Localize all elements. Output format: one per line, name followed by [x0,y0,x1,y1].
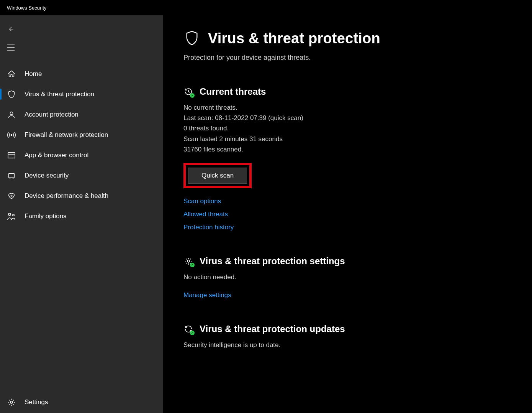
shield-icon [7,90,16,99]
page-title: Virus & threat protection [208,30,380,47]
section-title: Virus & threat protection settings [200,256,345,267]
shield-icon [183,30,200,47]
settings-status: No action needed. [183,272,532,282]
svg-point-1 [11,134,12,135]
threats-found-line: 0 threats found. [183,123,532,133]
menu-button[interactable] [2,38,21,57]
svg-rect-2 [8,152,15,158]
history-icon [183,87,193,97]
main-content: Virus & threat protection Protection for… [163,15,532,413]
arrow-left-icon [7,25,15,33]
sidebar-item-firewall[interactable]: Firewall & network protection [0,125,163,145]
home-icon [7,69,16,79]
chip-icon [7,171,16,180]
scan-options-link[interactable]: Scan options [183,197,221,205]
heart-icon [7,191,16,201]
family-icon [7,212,16,221]
svg-point-5 [13,214,14,216]
window-icon [7,151,16,160]
refresh-icon [183,324,193,334]
files-scanned-line: 31760 files scanned. [183,144,532,155]
sidebar-item-label: Account protection [25,111,79,118]
sidebar-item-label: Firewall & network protection [25,131,108,139]
quick-scan-button[interactable]: Quick scan [188,168,247,184]
scan-duration-line: Scan lasted 2 minutes 31 seconds [183,134,532,144]
sidebar-item-label: Family options [25,212,67,220]
svg-point-0 [10,112,13,114]
sidebar: Home Virus & threat protection Account p… [0,15,163,413]
gear-icon [7,398,16,407]
title-bar: Windows Security [0,0,532,15]
svg-point-7 [187,260,190,262]
section-title: Current threats [200,86,266,97]
broadcast-icon [7,130,16,140]
back-button[interactable] [2,20,21,38]
nav: Home Virus & threat protection Account p… [0,64,163,226]
status-ok-badge [190,331,195,335]
sidebar-item-family-options[interactable]: Family options [0,206,163,226]
vtp-updates-section: Virus & threat protection updates Securi… [183,324,532,350]
page-header: Virus & threat protection [183,30,532,47]
vtp-settings-section: Virus & threat protection settings No ac… [183,256,532,299]
section-title: Virus & threat protection updates [200,324,345,334]
gear-icon [183,256,193,266]
sidebar-item-virus-threat[interactable]: Virus & threat protection [0,84,163,104]
svg-rect-3 [9,173,15,178]
page-subtitle: Protection for your device against threa… [183,54,532,62]
sidebar-item-label: Settings [25,398,48,406]
app-title: Windows Security [7,5,46,11]
manage-settings-link[interactable]: Manage settings [183,291,231,299]
annotation-highlight: Quick scan [183,163,252,188]
svg-point-4 [8,213,11,216]
protection-history-link[interactable]: Protection history [183,224,234,231]
svg-point-6 [10,401,13,403]
current-threats-section: Current threats No current threats. Last… [183,86,532,231]
hamburger-icon [7,44,15,51]
allowed-threats-link[interactable]: Allowed threats [183,211,228,218]
sidebar-item-account-protection[interactable]: Account protection [0,104,163,125]
sidebar-item-label: Device security [25,172,69,179]
threats-status: No current threats. [183,102,532,113]
updates-status: Security intelligence is up to date. [183,340,532,350]
sidebar-item-label: Virus & threat protection [25,90,94,98]
sidebar-item-home[interactable]: Home [0,64,163,84]
sidebar-item-device-security[interactable]: Device security [0,165,163,186]
sidebar-item-settings[interactable]: Settings [0,392,163,413]
sidebar-item-app-browser[interactable]: App & browser control [0,145,163,165]
status-ok-badge [190,93,195,98]
status-ok-badge [190,263,195,267]
last-scan-line: Last scan: 08-11-2022 07:39 (quick scan) [183,113,532,123]
sidebar-item-label: App & browser control [25,151,88,159]
person-icon [7,110,16,119]
sidebar-item-performance-health[interactable]: Device performance & health [0,186,163,206]
sidebar-item-label: Device performance & health [25,192,108,200]
sidebar-item-label: Home [25,70,42,78]
